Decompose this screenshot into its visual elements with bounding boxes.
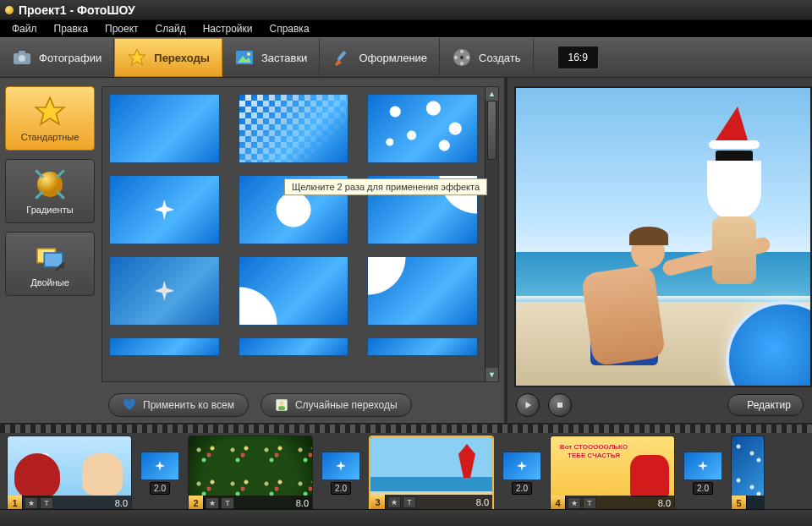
random-button[interactable]: Случайные переходы: [261, 393, 412, 417]
star-badge-icon: ★: [206, 497, 219, 509]
transition-grid-wrap: ▲ ▼ Щелкните 2 раза для применения эффек…: [102, 86, 499, 382]
menu-settings[interactable]: Настройки: [195, 21, 261, 36]
aspect-ratio-button[interactable]: 16:9: [557, 38, 599, 77]
svg-rect-7: [337, 51, 347, 61]
menu-project[interactable]: Проект: [96, 21, 147, 36]
svg-marker-26: [526, 402, 532, 408]
transition-thumb[interactable]: [109, 94, 220, 163]
timeline-transition[interactable]: 2.0: [321, 452, 360, 496]
svg-line-19: [57, 191, 63, 198]
scroll-up-icon[interactable]: ▲: [486, 87, 498, 101]
slide-duration: 8.0: [476, 497, 492, 507]
svg-rect-2: [19, 51, 25, 54]
star-badge-icon: ★: [25, 497, 38, 509]
tooltip: Щелкните 2 раза для применения эффекта: [284, 178, 487, 195]
edit-slide-button[interactable]: Редактир: [727, 394, 804, 416]
tab-photos[interactable]: Фотографии: [0, 38, 114, 77]
menu-help[interactable]: Справка: [261, 21, 317, 36]
transition-thumb[interactable]: [239, 337, 349, 356]
camera-icon: [12, 47, 32, 68]
picture-icon: [234, 47, 255, 68]
transition-thumb[interactable]: [109, 175, 220, 244]
aspect-ratio-label: 16:9: [557, 46, 599, 69]
reel-icon: [452, 47, 472, 68]
star-icon: [127, 47, 147, 68]
timeline-transition[interactable]: 2.0: [683, 452, 722, 496]
transition-grid: [102, 87, 485, 381]
timeline-transition[interactable]: 2.0: [140, 452, 179, 496]
transition-thumb[interactable]: [367, 256, 478, 326]
player-controls: Редактир: [508, 387, 812, 423]
svg-point-24: [279, 401, 283, 405]
tab-design[interactable]: Оформление: [320, 38, 440, 77]
transition-thumb[interactable]: [109, 337, 220, 356]
slide-duration: 8.0: [296, 498, 312, 508]
left-actions: Применить ко всем Случайные переходы: [0, 387, 504, 423]
svg-line-17: [57, 170, 63, 177]
text-badge-icon: T: [403, 496, 416, 508]
svg-point-6: [247, 52, 250, 56]
text-badge-icon: T: [583, 497, 596, 509]
slide-duration: 8.0: [115, 498, 131, 508]
timeline-slide[interactable]: 3 ★T 8.0: [369, 436, 494, 512]
preview-panel: Редактир: [508, 78, 812, 423]
timeline-transition[interactable]: 2.0: [502, 452, 541, 496]
grid-scrollbar[interactable]: ▲ ▼: [485, 87, 498, 381]
transition-thumb[interactable]: [239, 94, 349, 163]
timeline-slide[interactable]: 1 ★T 8.0: [7, 436, 132, 512]
category-standard-label: Стандартные: [21, 132, 80, 142]
tab-transitions[interactable]: Переходы: [114, 38, 222, 77]
menu-file[interactable]: Файл: [3, 21, 46, 36]
timeline-slide[interactable]: 5: [731, 436, 765, 512]
film-edge: [0, 425, 812, 433]
tab-design-label: Оформление: [359, 52, 427, 64]
timeline-slide[interactable]: 2 ★T 8.0: [188, 436, 313, 512]
apply-all-label: Применить ко всем: [143, 399, 234, 411]
apply-all-button[interactable]: Применить ко всем: [108, 393, 249, 417]
preview-figure-person: [536, 210, 705, 379]
menu-slide[interactable]: Слайд: [147, 21, 195, 36]
transition-thumb[interactable]: [239, 256, 349, 326]
statusbar: [0, 509, 812, 526]
tab-create[interactable]: Создать: [440, 38, 533, 77]
svg-rect-21: [44, 253, 63, 267]
scroll-handle[interactable]: [487, 101, 497, 160]
category-standard[interactable]: Стандартные: [5, 86, 95, 151]
transition-thumb[interactable]: [109, 256, 220, 326]
preview[interactable]: [514, 86, 812, 387]
scroll-down-icon[interactable]: ▼: [486, 368, 498, 381]
transition-thumb[interactable]: [367, 337, 478, 356]
svg-line-18: [36, 170, 42, 177]
svg-marker-3: [129, 49, 145, 65]
tab-photos-label: Фотографии: [39, 52, 102, 64]
svg-rect-25: [278, 406, 285, 410]
stop-button[interactable]: [548, 393, 572, 417]
svg-point-10: [460, 50, 464, 53]
svg-point-13: [466, 56, 469, 59]
random-label: Случайные переходы: [295, 399, 398, 411]
transitions-panel: Стандартные Градиенты Двойные: [0, 78, 508, 423]
category-gradients[interactable]: Градиенты: [5, 159, 95, 223]
transition-thumb[interactable]: [367, 94, 478, 163]
star-badge-icon: ★: [568, 497, 581, 509]
menu-edit[interactable]: Правка: [46, 21, 97, 36]
text-badge-icon: T: [40, 497, 53, 509]
timeline-slide[interactable]: Вот СТОООООЛЬКО ТЕБЕ СЧАСТЬЯ 4 ★T 8.0: [550, 436, 675, 512]
play-button[interactable]: [516, 393, 540, 417]
star-icon: [33, 95, 67, 129]
text-badge-icon: T: [221, 497, 234, 509]
svg-marker-14: [36, 97, 63, 124]
category-double[interactable]: Двойные: [5, 232, 95, 296]
heart-icon: [123, 398, 136, 412]
svg-point-11: [460, 62, 464, 65]
svg-point-12: [454, 56, 458, 59]
svg-line-16: [36, 191, 42, 198]
avatar-icon: [275, 398, 288, 412]
slide-duration: 8.0: [658, 498, 674, 508]
tab-titles[interactable]: Заставки: [222, 38, 320, 77]
transition-duration: 2.0: [693, 482, 713, 495]
slide-number: 3: [370, 495, 386, 510]
tab-titles-label: Заставки: [261, 52, 307, 64]
timeline[interactable]: 1 ★T 8.0 2.0 2 ★T 8.0 2.0 3 ★T: [0, 433, 812, 514]
star-badge-icon: ★: [387, 496, 401, 508]
